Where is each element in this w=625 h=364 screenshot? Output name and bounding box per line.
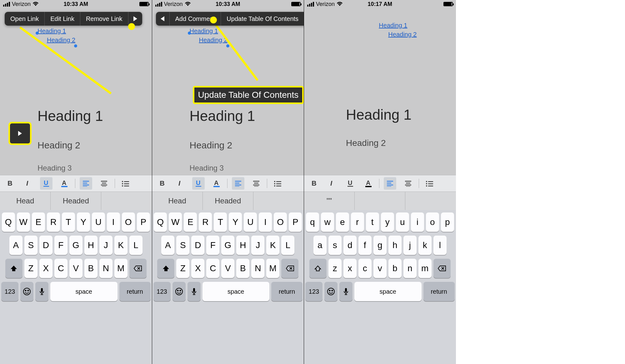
backspace-key[interactable] [281, 259, 298, 278]
align-left-button[interactable] [384, 177, 396, 190]
key-l[interactable]: l [433, 236, 447, 255]
key-k[interactable]: K [114, 236, 128, 255]
key-z[interactable]: Z [176, 259, 189, 278]
key-a[interactable]: A [161, 236, 174, 255]
toc-link-h1[interactable]: Heading 1 [190, 27, 228, 35]
key-x[interactable]: x [343, 259, 357, 278]
dictation-key[interactable] [188, 282, 201, 301]
key-o[interactable]: o [426, 212, 439, 232]
key-b[interactable]: B [236, 259, 249, 278]
numbers-key[interactable]: 123 [1, 282, 18, 301]
space-key[interactable]: space [50, 282, 118, 301]
key-h[interactable]: H [236, 236, 249, 255]
bold-button[interactable]: B [308, 177, 320, 190]
shift-key[interactable] [5, 259, 22, 278]
text-color-button[interactable]: A [210, 177, 223, 190]
key-y[interactable]: Y [77, 212, 90, 232]
add-comment-button[interactable]: Add Comment [170, 12, 221, 26]
key-o[interactable]: O [274, 212, 287, 232]
align-center-button[interactable] [402, 177, 414, 190]
key-v[interactable]: v [373, 259, 387, 278]
key-x[interactable]: X [191, 259, 204, 278]
toc-link-h2[interactable]: Heading 2 [388, 31, 417, 38]
key-b[interactable]: B [84, 259, 98, 278]
space-key[interactable]: space [202, 282, 270, 301]
shift-key[interactable] [309, 259, 327, 278]
dictation-key[interactable] [35, 282, 48, 301]
toc-link-h1[interactable]: Heading 1 [379, 22, 417, 29]
shift-key[interactable] [157, 259, 174, 278]
key-n[interactable]: N [99, 259, 112, 278]
key-d[interactable]: D [39, 236, 52, 255]
key-r[interactable]: r [351, 212, 364, 232]
key-o[interactable]: O [122, 212, 135, 232]
key-z[interactable]: Z [24, 259, 38, 278]
return-key[interactable]: return [119, 282, 151, 301]
key-z[interactable]: z [328, 259, 342, 278]
key-j[interactable]: j [403, 236, 417, 255]
key-v[interactable]: V [221, 259, 234, 278]
key-c[interactable]: c [358, 259, 372, 278]
key-u[interactable]: U [244, 212, 257, 232]
align-center-button[interactable] [250, 177, 262, 190]
underline-button[interactable]: U [192, 177, 205, 190]
document-body[interactable]: Heading 1 Heading 2 Heading 3 [190, 107, 255, 172]
selection-handle-start[interactable] [36, 32, 39, 35]
key-q[interactable]: Q [2, 212, 15, 232]
suggestion-2[interactable] [355, 192, 405, 210]
key-n[interactable]: n [403, 259, 417, 278]
key-f[interactable]: F [206, 236, 219, 255]
bold-button[interactable]: B [4, 177, 16, 190]
emoji-key[interactable] [324, 282, 338, 301]
return-key[interactable]: return [423, 282, 455, 301]
key-k[interactable]: K [266, 236, 279, 255]
key-j[interactable]: J [99, 236, 112, 255]
context-menu-next-button[interactable] [128, 12, 142, 26]
key-f[interactable]: f [358, 236, 372, 255]
document-body[interactable]: Heading 1 Heading 2 [346, 106, 412, 148]
key-w[interactable]: w [321, 212, 334, 232]
key-s[interactable]: S [176, 236, 189, 255]
key-e[interactable]: e [336, 212, 349, 232]
key-e[interactable]: E [184, 212, 197, 232]
numbers-key[interactable]: 123 [305, 282, 322, 301]
bullet-list-button[interactable] [119, 177, 132, 190]
align-center-button[interactable] [98, 177, 110, 190]
key-q[interactable]: Q [154, 212, 167, 232]
suggestion-1[interactable]: Head [152, 192, 203, 210]
key-c[interactable]: C [54, 259, 68, 278]
align-left-button[interactable] [80, 177, 92, 190]
key-j[interactable]: J [251, 236, 264, 255]
key-t[interactable]: T [214, 212, 227, 232]
key-p[interactable]: P [289, 212, 302, 232]
key-y[interactable]: y [381, 212, 394, 232]
underline-button[interactable]: U [344, 177, 357, 190]
key-s[interactable]: S [24, 236, 38, 255]
key-d[interactable]: d [343, 236, 357, 255]
bullet-list-button[interactable] [272, 177, 284, 190]
key-t[interactable]: t [366, 212, 379, 232]
return-key[interactable]: return [271, 282, 302, 301]
update-toc-button[interactable]: Update Table Of Contents [221, 12, 304, 26]
text-color-button[interactable]: A [58, 177, 71, 190]
key-i[interactable]: I [259, 212, 272, 232]
backspace-key[interactable] [129, 259, 147, 278]
key-q[interactable]: q [306, 212, 319, 232]
open-link-button[interactable]: Open Link [5, 12, 45, 26]
selection-handle-end[interactable] [226, 44, 229, 47]
suggestion-3[interactable] [253, 192, 304, 210]
toc-link-h2[interactable]: Heading 2 [47, 37, 75, 44]
key-n[interactable]: N [251, 259, 264, 278]
emoji-key[interactable] [20, 282, 33, 301]
suggestion-3[interactable] [405, 192, 456, 210]
key-a[interactable]: a [313, 236, 327, 255]
key-i[interactable]: I [107, 212, 120, 232]
key-i[interactable]: i [411, 212, 424, 232]
key-w[interactable]: W [17, 212, 30, 232]
text-color-button[interactable]: A [362, 177, 375, 190]
key-b[interactable]: b [388, 259, 402, 278]
edit-link-button[interactable]: Edit Link [45, 12, 80, 26]
dictation-key[interactable] [339, 282, 352, 301]
bullet-list-button[interactable] [423, 177, 436, 190]
key-m[interactable]: M [266, 259, 279, 278]
